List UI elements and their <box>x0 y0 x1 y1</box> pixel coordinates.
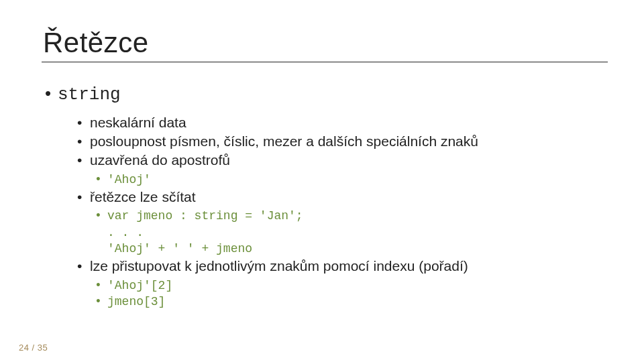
example-ahoj: 'Ahoj' <box>93 172 601 188</box>
slide-title: Řetězce <box>43 27 601 59</box>
sub-scitat: řetězce lze sčítat <box>75 188 601 206</box>
slide: Řetězce string neskalární data posloupno… <box>0 0 644 362</box>
page-current: 24 <box>19 343 29 353</box>
example-index: 'Ahoj'[2] jmeno[3] <box>93 278 601 310</box>
title-underline <box>42 62 608 62</box>
code-jmeno-index: jmeno[3] <box>93 294 601 310</box>
code-dots: . . . <box>93 225 601 241</box>
code-var-jmeno: var jmeno : string = 'Jan'; <box>93 208 601 224</box>
code-ahoj-index: 'Ahoj'[2] <box>93 278 601 294</box>
bullet-string-text: string <box>58 84 121 105</box>
sub-list: neskalární data posloupnost písmen, čísl… <box>75 113 601 310</box>
page-sep: / <box>29 343 37 353</box>
page-total: 35 <box>38 343 48 353</box>
example-var: var jmeno : string = 'Jan'; . . . 'Ahoj'… <box>93 208 601 257</box>
sub-neskalarni: neskalární data <box>75 113 601 132</box>
bullet-list: string neskalární data posloupnost písme… <box>43 82 601 310</box>
bullet-string: string neskalární data posloupnost písme… <box>43 82 601 310</box>
page-footer: 24 / 35 <box>19 343 48 353</box>
code-concat: 'Ahoj' + ' ' + jmeno <box>93 241 601 257</box>
sub-apostrofy: uzavřená do apostrofů <box>75 151 601 170</box>
code-ahoj: 'Ahoj' <box>93 172 601 188</box>
sub-posloupnost: posloupnost písmen, číslic, mezer a dalš… <box>75 132 601 151</box>
sub-index: lze přistupovat k jednotlivým znakům pom… <box>75 257 601 276</box>
